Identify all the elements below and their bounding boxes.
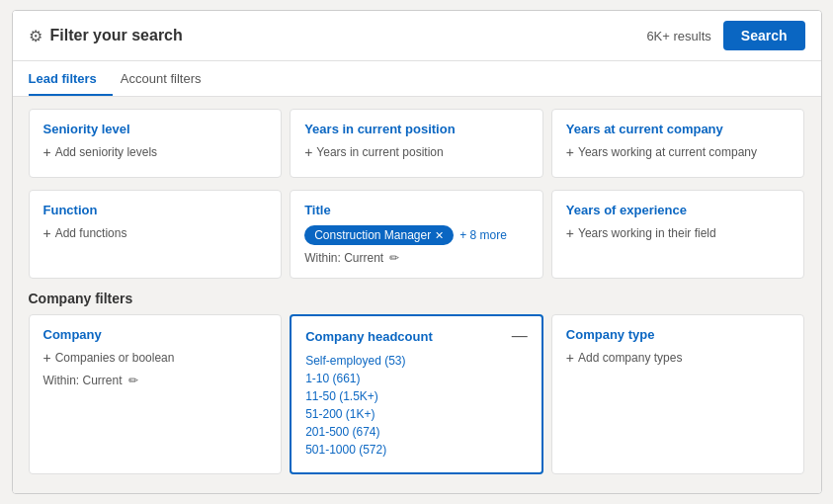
- headcount-card: Company headcount — Self-employed (53)1-…: [290, 314, 543, 474]
- plus-icon3: +: [566, 144, 574, 160]
- main-window: ⚙ Filter your search 6K+ results Search …: [12, 10, 822, 494]
- lead-filters-row2: Function + Add functions Title Construct…: [29, 190, 805, 279]
- plus-icon2: +: [304, 144, 312, 160]
- plus-icon4: +: [43, 225, 51, 241]
- plus-icon5: +: [566, 225, 574, 241]
- headcount-list-item[interactable]: Self-employed (53): [305, 352, 524, 370]
- headcount-list-item[interactable]: 1-10 (661): [305, 370, 524, 387]
- title-card: Title Construction Manager ✕ + 8 more Wi…: [290, 190, 543, 279]
- headcount-header: Company headcount —: [305, 328, 528, 344]
- years-position-card: Years in current position + Years in cur…: [290, 109, 543, 178]
- title-filter-title: Title: [304, 203, 529, 217]
- company-filters-row: Company + Companies or boolean Within: C…: [29, 314, 805, 474]
- company-within-row: Within: Current ✏: [43, 374, 268, 387]
- title-within-row: Within: Current ✏: [304, 251, 529, 265]
- tag-remove-icon[interactable]: ✕: [435, 229, 444, 242]
- minimize-headcount-btn[interactable]: —: [512, 328, 528, 344]
- headcount-list[interactable]: Self-employed (53)1-10 (661)11-50 (1.5K+…: [305, 352, 528, 461]
- experience-card: Years of experience + Years working in t…: [551, 190, 805, 279]
- company-edit-icon[interactable]: ✏: [128, 374, 138, 387]
- function-title: Function: [43, 203, 268, 217]
- years-position-title: Years in current position: [304, 122, 529, 136]
- header-right: 6K+ results Search: [646, 21, 804, 50]
- search-button[interactable]: Search: [723, 21, 805, 50]
- add-seniority-btn[interactable]: + Add seniority levels: [43, 144, 268, 160]
- tab-account-filters[interactable]: Account filters: [121, 61, 217, 96]
- add-company-type-btn[interactable]: + Add company types: [566, 350, 791, 366]
- headcount-list-item[interactable]: 201-500 (674): [305, 423, 524, 441]
- headcount-list-item[interactable]: 1001-5000 (565): [305, 459, 524, 461]
- filter-icon: ⚙: [29, 27, 42, 45]
- years-company-card: Years at current company + Years working…: [551, 109, 805, 178]
- company-type-card: Company type + Add company types: [551, 314, 805, 474]
- add-years-company-btn[interactable]: + Years working at current company: [566, 144, 791, 160]
- plus-icon7: +: [566, 350, 574, 366]
- function-card: Function + Add functions: [29, 190, 283, 279]
- seniority-card: Seniority level + Add seniority levels: [29, 109, 283, 178]
- header-left: ⚙ Filter your search: [29, 27, 183, 45]
- headcount-list-item[interactable]: 51-200 (1K+): [305, 405, 524, 423]
- header-title: Filter your search: [50, 27, 183, 44]
- plus-icon: +: [43, 144, 51, 160]
- construction-manager-tag[interactable]: Construction Manager ✕: [304, 225, 454, 245]
- add-company-btn[interactable]: + Companies or boolean: [43, 350, 268, 366]
- tag-row: Construction Manager ✕ + 8 more: [304, 225, 529, 245]
- company-title: Company: [43, 327, 268, 342]
- results-count: 6K+ results: [646, 29, 710, 43]
- more-label[interactable]: + 8 more: [459, 228, 507, 242]
- add-years-position-btn[interactable]: + Years in current position: [304, 144, 529, 160]
- headcount-list-item[interactable]: 11-50 (1.5K+): [305, 387, 524, 405]
- seniority-title: Seniority level: [43, 122, 268, 136]
- header: ⚙ Filter your search 6K+ results Search: [13, 11, 821, 61]
- add-experience-btn[interactable]: + Years working in their field: [566, 225, 791, 241]
- edit-icon[interactable]: ✏: [389, 251, 399, 265]
- main-content: Seniority level + Add seniority levels Y…: [13, 97, 821, 493]
- company-card: Company + Companies or boolean Within: C…: [29, 314, 283, 474]
- company-filters-section-title: Company filters: [29, 291, 805, 306]
- tabs-bar: Lead filters Account filters: [13, 61, 821, 97]
- headcount-list-item[interactable]: 501-1000 (572): [305, 441, 524, 459]
- tab-lead-filters[interactable]: Lead filters: [29, 61, 113, 96]
- headcount-title: Company headcount: [305, 329, 433, 344]
- plus-icon6: +: [43, 350, 51, 366]
- lead-filters-row1: Seniority level + Add seniority levels Y…: [29, 109, 805, 178]
- company-type-title: Company type: [566, 327, 791, 342]
- experience-title: Years of experience: [566, 203, 791, 217]
- add-function-btn[interactable]: + Add functions: [43, 225, 268, 241]
- years-company-title: Years at current company: [566, 122, 791, 136]
